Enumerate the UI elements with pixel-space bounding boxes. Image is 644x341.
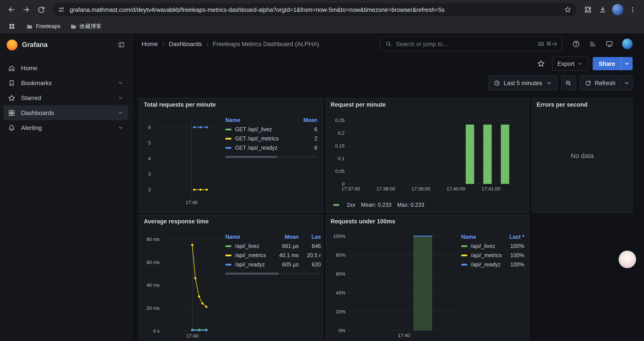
- legend-header[interactable]: Mean: [270, 233, 298, 241]
- legend-scrollbar-thumb[interactable]: [225, 156, 277, 158]
- sidebar-item-alerting[interactable]: Alerting: [4, 120, 128, 135]
- chevron-down-icon: [546, 80, 552, 86]
- legend-series-name[interactable]: GET /api/_readyz: [225, 143, 292, 152]
- user-avatar[interactable]: [622, 39, 632, 49]
- forward-button[interactable]: [19, 3, 33, 17]
- star-outline-icon: [537, 60, 545, 68]
- panel-request-per-minute: Request per minute 0.250.20.150.10.05017…: [326, 98, 529, 213]
- svg-text:60 ms: 60 ms: [146, 260, 160, 265]
- url-bar[interactable]: [52, 3, 576, 16]
- url-input[interactable]: [69, 6, 560, 14]
- sidebar-item-home[interactable]: Home: [4, 61, 128, 76]
- bookmark-folder[interactable]: 收藏博客: [70, 23, 102, 30]
- svg-text:17:40: 17:40: [398, 333, 410, 338]
- grafana-app: Grafana HomeBookmarksStarredDashboardsAl…: [0, 33, 644, 341]
- apps-shortcut[interactable]: [6, 21, 18, 32]
- sidebar-item-dashboards[interactable]: Dashboards: [4, 105, 128, 120]
- legend-header[interactable]: Name: [461, 233, 503, 241]
- svg-text:60%: 60%: [336, 271, 346, 277]
- time-range-picker[interactable]: Last 5 minutes: [488, 76, 558, 90]
- series-color-dash: [225, 147, 232, 149]
- search-box[interactable]: ⌘+k: [380, 37, 562, 51]
- header-icons: [572, 39, 632, 49]
- sidebar-item-bookmarks[interactable]: Bookmarks: [4, 76, 128, 90]
- legend-series-name[interactable]: /api/_livez: [461, 241, 503, 251]
- floating-assistant-avatar[interactable]: [620, 251, 635, 267]
- grafana-header: Home›Dashboards›Freeleaps Metrics Dashbo…: [132, 33, 644, 55]
- back-button[interactable]: [4, 3, 18, 17]
- reload-button[interactable]: [34, 3, 48, 17]
- bell-icon: [8, 124, 15, 131]
- download-icon: [599, 6, 607, 14]
- legend-scrollbar-thumb[interactable]: [225, 272, 279, 275]
- downloads-button[interactable]: [596, 3, 610, 17]
- panel-legend: 2xxMean: 0.233Max: 0.233: [333, 202, 424, 208]
- svg-text:17:40:00: 17:40:00: [446, 186, 465, 192]
- breadcrumb-item[interactable]: Dashboards: [169, 40, 202, 47]
- export-button[interactable]: Export: [552, 57, 588, 71]
- bookmark-star-icon[interactable]: [564, 6, 571, 13]
- zoom-out-button[interactable]: [561, 76, 576, 90]
- legend-header[interactable]: Name: [225, 233, 270, 241]
- legend-series-name[interactable]: /api/_metrics: [225, 251, 270, 260]
- bookmark-folder[interactable]: Freeleaps: [26, 23, 60, 30]
- svg-text:17:40: 17:40: [186, 200, 198, 205]
- grafana-logo[interactable]: [6, 39, 18, 50]
- svg-text:5: 5: [148, 140, 151, 146]
- svg-text:0.25: 0.25: [335, 118, 344, 123]
- svg-text:17:41:00: 17:41:00: [482, 186, 500, 192]
- legend-series-name[interactable]: GET /api/_metrics: [225, 134, 292, 143]
- refresh-label: Refresh: [595, 80, 616, 86]
- grid-icon: [8, 109, 15, 117]
- legend-value: 2: [292, 134, 318, 143]
- panel-title[interactable]: Total requests per minute: [144, 101, 216, 108]
- legend-scrollbar-track[interactable]: [225, 156, 318, 158]
- refresh-button[interactable]: Refresh: [579, 76, 621, 90]
- chevron-down-icon: [624, 60, 630, 67]
- refresh-icon: [584, 80, 591, 86]
- collapse-sidebar-icon[interactable]: [118, 41, 125, 48]
- folder-icon: [70, 23, 76, 30]
- bookmark-label: Freeleaps: [36, 23, 60, 30]
- legend-header[interactable]: Mean: [292, 116, 318, 125]
- news-rss-icon[interactable]: [589, 40, 597, 48]
- search-input[interactable]: [395, 40, 534, 48]
- kiosk-monitor-icon[interactable]: [606, 40, 613, 48]
- svg-text:4: 4: [148, 156, 151, 161]
- legend-series-name[interactable]: /api/_readyz: [225, 260, 270, 269]
- panel-errors-per-second: Errors per second No data: [532, 98, 632, 213]
- legend-series-name[interactable]: /api/_livez: [225, 241, 270, 251]
- legend-header[interactable]: Las: [298, 233, 321, 241]
- svg-text:0.05: 0.05: [335, 169, 344, 174]
- sidebar-item-starred[interactable]: Starred: [4, 90, 128, 105]
- legend-header[interactable]: Last *: [503, 233, 524, 241]
- star-icon: [8, 94, 15, 102]
- extensions-button[interactable]: [581, 3, 595, 17]
- panel-title[interactable]: Requests under 100ms: [330, 218, 396, 225]
- browser-menu-button[interactable]: [626, 3, 640, 17]
- panel-title[interactable]: Average response time: [144, 218, 209, 225]
- breadcrumb-item[interactable]: Home: [142, 40, 158, 47]
- share-button[interactable]: Share: [593, 57, 621, 70]
- legend-series-name[interactable]: GET /api/_livez: [225, 125, 292, 134]
- legend-series-name[interactable]: /api/_readyz: [461, 260, 503, 269]
- profile-button[interactable]: [611, 3, 625, 17]
- legend-scrollbar-track[interactable]: [225, 272, 321, 275]
- panel-title[interactable]: Request per minute: [330, 101, 386, 108]
- favorite-dashboard-button[interactable]: [534, 57, 548, 70]
- panel-legend: NameMeanGET /api/_livez6GET /api/_metric…: [225, 116, 318, 158]
- svg-text:40 ms: 40 ms: [146, 282, 160, 288]
- chevron-down-icon: [623, 80, 630, 86]
- legend-value: 40.1 ms: [270, 251, 298, 260]
- legend-value: 605 µs: [270, 260, 298, 269]
- legend-series-name[interactable]: 2xx: [347, 202, 355, 208]
- sidebar-nav: HomeBookmarksStarredDashboardsAlerting: [0, 56, 132, 135]
- refresh-interval-button[interactable]: [621, 76, 632, 90]
- panel-title[interactable]: Errors per second: [536, 101, 588, 108]
- legend-value: 100%: [503, 260, 524, 269]
- legend-header[interactable]: Name: [225, 116, 292, 125]
- share-menu-button[interactable]: [621, 57, 632, 70]
- legend-series-name[interactable]: /api/_metrics: [461, 251, 503, 260]
- no-data-message: No data: [532, 98, 632, 212]
- help-icon[interactable]: [572, 40, 580, 48]
